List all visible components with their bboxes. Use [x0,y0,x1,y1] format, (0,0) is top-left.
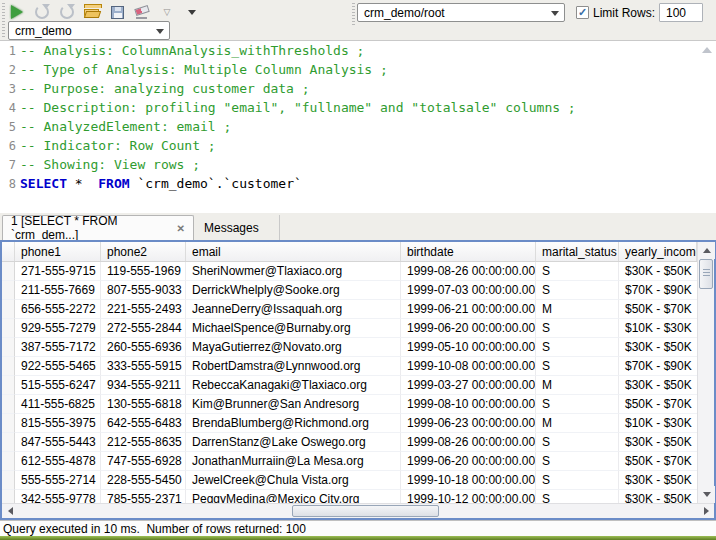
table-cell[interactable]: M [536,300,619,319]
table-cell[interactable]: 747-555-6928 [101,452,186,471]
table-cell[interactable]: 211-555-7669 [15,281,101,300]
table-cell[interactable]: 1999-03-27 00:00:00.000 [401,376,536,395]
editor-line[interactable]: 6-- Indicator: Row Count ; [0,136,716,155]
table-cell[interactable]: PeggyMedina@Mexico City.org [186,490,401,503]
table-cell[interactable]: 1999-08-26 00:00:00.000 [401,262,536,281]
table-cell[interactable]: S [536,452,619,471]
table-cell[interactable]: M [536,414,619,433]
table-cell[interactable]: JewelCreek@Chula Vista.org [186,471,401,490]
table-cell[interactable]: M [536,376,619,395]
horizontal-scrollbar-thumb[interactable] [292,505,439,517]
table-cell[interactable]: 656-555-2272 [15,300,101,319]
table-cell[interactable]: 929-555-7279 [15,319,101,338]
editor-scroll-up-icon[interactable] [702,47,712,53]
limit-rows-checkbox[interactable]: ✓ [576,6,589,19]
table-cell[interactable]: S [536,338,619,357]
table-cell[interactable]: S [536,471,619,490]
table-cell[interactable]: 922-555-5465 [15,357,101,376]
table-cell[interactable]: 612-555-4878 [15,452,101,471]
table-cell[interactable]: 260-555-6936 [101,338,186,357]
run-query-button[interactable] [8,3,26,21]
scroll-right-button[interactable] [698,504,714,518]
table-row[interactable]: 515-555-6247934-555-9211RebeccaKanagaki@… [2,376,697,395]
table-cell[interactable]: JonathanMurraiin@La Mesa.org [186,452,401,471]
table-cell[interactable]: 212-555-8635 [101,433,186,452]
table-cell[interactable]: Kim@Brunner@San Andresorg [186,395,401,414]
table-cell[interactable]: 228-555-5450 [101,471,186,490]
table-row[interactable]: 929-555-7279272-555-2844MichaelSpence@Bu… [2,319,697,338]
scroll-down-button[interactable] [698,486,715,503]
table-cell[interactable]: 1999-10-08 00:00:00.000 [401,357,536,376]
table-cell[interactable]: S [536,262,619,281]
limit-rows-input[interactable]: 100 [659,3,703,22]
table-cell[interactable]: 1999-06-20 00:00:00.000 [401,319,536,338]
table-cell[interactable]: $10K - $30K [619,319,697,338]
table-row[interactable]: 271-555-9715119-555-1969SheriNowmer@Tlax… [2,262,697,281]
table-row[interactable]: 656-555-2272221-555-2493JeanneDerry@Issa… [2,300,697,319]
table-row[interactable]: 847-555-5443212-555-8635DarrenStanz@Lake… [2,433,697,452]
tab-messages[interactable]: Messages [196,215,280,240]
table-cell[interactable]: 1999-06-20 00:00:00.000 [401,452,536,471]
table-cell[interactable]: MichaelSpence@Burnaby.org [186,319,401,338]
table-cell[interactable]: $50K - $70K [619,395,697,414]
connection-combo[interactable]: crm_demo [8,21,170,40]
open-file-button[interactable] [83,3,101,21]
toolbar-gripper-2[interactable] [352,3,355,25]
column-header-yearly_income[interactable]: yearly_income [619,242,697,261]
vertical-scrollbar-thumb[interactable] [699,259,713,289]
table-row[interactable]: 211-555-7669807-555-9033DerrickWhelply@S… [2,281,697,300]
column-header-phone1[interactable]: phone1 [15,242,101,261]
table-cell[interactable]: $30K - $50K [619,433,697,452]
table-cell[interactable]: S [536,433,619,452]
table-cell[interactable]: 1999-10-12 00:00:00.000 [401,490,536,503]
scroll-up-button[interactable] [698,242,715,259]
table-cell[interactable]: 1999-07-03 00:00:00.000 [401,281,536,300]
table-cell[interactable]: S [536,357,619,376]
table-cell[interactable]: 1999-08-26 00:00:00.000 [401,433,536,452]
table-cell[interactable]: $30K - $50K [619,490,697,503]
table-cell[interactable]: BrendaBlumberg@Richmond.org [186,414,401,433]
table-cell[interactable]: $30K - $50K [619,338,697,357]
editor-line[interactable]: 2-- Type of Analysis: Multiple Column An… [0,60,716,79]
table-cell[interactable]: DarrenStanz@Lake Oswego.org [186,433,401,452]
column-header-email[interactable]: email [186,242,401,261]
editor-line[interactable]: 5-- AnalyzedElement: email ; [0,117,716,136]
table-row[interactable]: 342-555-9778785-555-2371PeggyMedina@Mexi… [2,490,697,503]
tab-query-result[interactable]: 1 [SELECT * FROM `crm_dem...] ✕ [2,215,194,240]
table-cell[interactable]: 1999-06-23 00:00:00.000 [401,414,536,433]
table-cell[interactable]: 130-555-6818 [101,395,186,414]
column-header-marital_status[interactable]: marital_status [536,242,619,261]
table-cell[interactable]: 342-555-9778 [15,490,101,503]
table-cell[interactable]: 1999-08-10 00:00:00.000 [401,395,536,414]
table-cell[interactable]: $70K - $90K [619,281,697,300]
table-cell[interactable]: 387-555-7172 [15,338,101,357]
table-row[interactable]: 612-555-4878747-555-6928JonathanMurraiin… [2,452,697,471]
table-cell[interactable]: 411-555-6825 [15,395,101,414]
table-cell[interactable]: $30K - $50K [619,471,697,490]
column-header-birthdate[interactable]: birthdate [401,242,536,261]
table-cell[interactable]: 642-555-6483 [101,414,186,433]
clear-editor-button[interactable] [133,3,151,21]
table-cell[interactable]: RebeccaKanagaki@Tlaxiaco.org [186,376,401,395]
table-cell[interactable]: 333-555-5915 [101,357,186,376]
editor-line[interactable]: 8SELECT * FROM `crm_demo`.`customer` [0,174,716,193]
vertical-scrollbar[interactable] [697,242,714,503]
table-cell[interactable]: $70K - $90K [619,357,697,376]
table-cell[interactable]: $50K - $70K [619,452,697,471]
table-row[interactable]: 387-555-7172260-555-6936MayaGutierrez@No… [2,338,697,357]
table-cell[interactable]: SheriNowmer@Tlaxiaco.org [186,262,401,281]
dropdown-white-button[interactable]: ▽ [158,3,176,21]
table-cell[interactable]: 272-555-2844 [101,319,186,338]
table-row[interactable]: 922-555-5465333-555-5915RobertDamstra@Ly… [2,357,697,376]
sql-editor[interactable]: 1-- Analysis: ColumnAnalysis_withThresho… [0,40,716,213]
table-row[interactable]: 815-555-3975642-555-6483BrendaBlumberg@R… [2,414,697,433]
editor-line[interactable]: 3-- Purpose: analyzing customer data ; [0,79,716,98]
editor-line[interactable]: 1-- Analysis: ColumnAnalysis_withThresho… [0,41,716,60]
toolbar-menu-button[interactable] [183,3,201,21]
table-cell[interactable]: S [536,281,619,300]
table-cell[interactable]: 934-555-9211 [101,376,186,395]
table-cell[interactable]: 1999-05-10 00:00:00.000 [401,338,536,357]
table-cell[interactable]: DerrickWhelply@Sooke.org [186,281,401,300]
table-cell[interactable]: 119-555-1969 [101,262,186,281]
table-cell[interactable]: 847-555-5443 [15,433,101,452]
